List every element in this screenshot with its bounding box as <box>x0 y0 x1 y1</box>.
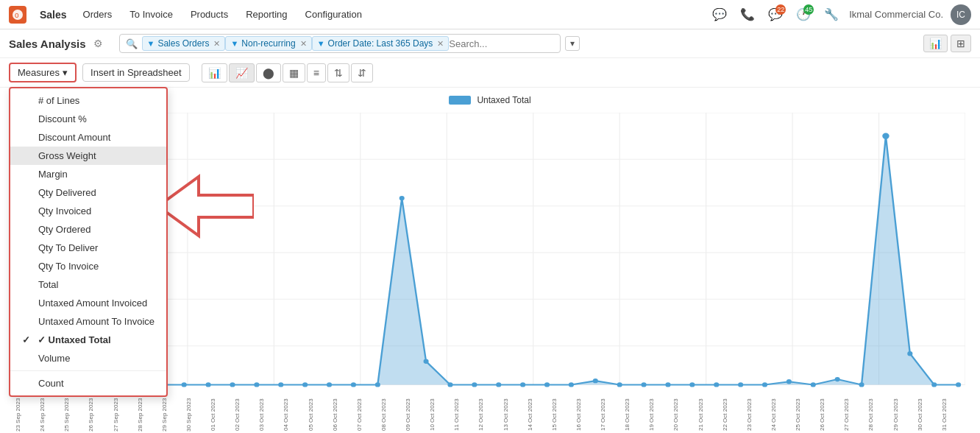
legend-label: Untaxed Total <box>477 95 530 105</box>
x-label: 28 Sep 2023 <box>137 396 161 433</box>
svg-point-57 <box>859 382 864 387</box>
line-chart-btn[interactable]: 📈 <box>229 63 255 82</box>
chat-icon-btn[interactable]: 💬 <box>709 4 730 25</box>
x-label: 23 Sep 2023 <box>15 396 39 433</box>
nav-right-section: 💬 📞 💬 22 🕐 45 🔧 Ikmal Commercial Co. IC <box>709 4 971 25</box>
measures-menu-item-qty-to-invoice[interactable]: Qty To Invoice <box>10 257 166 275</box>
activity-badge: 45 <box>803 4 814 15</box>
table-view-btn[interactable]: ⊞ <box>951 35 971 52</box>
measures-menu-item-qty-ordered[interactable]: Qty Ordered <box>10 220 166 239</box>
x-label: 04 Oct 2023 <box>283 396 307 433</box>
svg-point-40 <box>447 382 452 387</box>
stack-btn[interactable]: ▦ <box>283 63 305 82</box>
filter-tag-label-3: Order Date: Last 365 Days <box>328 38 433 49</box>
search-input[interactable] <box>449 38 553 49</box>
svg-point-45 <box>569 382 574 387</box>
svg-text:o: o <box>15 11 19 19</box>
filter-remove-date[interactable]: ✕ <box>437 39 444 49</box>
search-dropdown-btn[interactable]: ▾ <box>565 36 580 51</box>
x-label: 06 Oct 2023 <box>332 396 356 433</box>
measures-menu-item-untaxed-amount-invoiced[interactable]: Untaxed Amount Invoiced <box>10 294 166 312</box>
x-label: 30 Oct 2023 <box>917 396 941 433</box>
chart-view-btn[interactable]: 📊 <box>923 35 948 52</box>
measures-menu-item-untaxed-total[interactable]: ✓ Untaxed Total <box>10 331 166 349</box>
svg-point-37 <box>375 382 380 387</box>
x-label: 25 Sep 2023 <box>63 396 88 433</box>
filter-tag-sales-orders: ▼ Sales Orders ✕ <box>142 36 226 51</box>
funnel-icon: ▼ <box>147 39 155 48</box>
measures-menu-item-qty-to-deliver[interactable]: Qty To Deliver <box>10 239 166 257</box>
svg-point-53 <box>762 382 767 387</box>
page-settings-icon[interactable]: ⚙ <box>93 38 103 49</box>
svg-point-51 <box>714 382 719 387</box>
x-label: 21 Oct 2023 <box>697 396 722 433</box>
svg-point-43 <box>520 382 525 387</box>
phone-icon-btn[interactable]: 📞 <box>737 4 758 25</box>
nav-products[interactable]: Products <box>188 9 231 20</box>
x-label: 27 Sep 2023 <box>113 396 137 433</box>
measures-menu-item-volume[interactable]: Volume <box>10 349 166 367</box>
measures-menu-item-discount-amount[interactable]: Discount Amount <box>10 128 166 147</box>
settings-icon-btn[interactable]: 🔧 <box>821 4 842 25</box>
measures-menu-item-qty-invoiced[interactable]: Qty Invoiced <box>10 202 166 220</box>
x-label: 10 Oct 2023 <box>429 396 453 433</box>
x-label: 03 Oct 2023 <box>258 396 283 433</box>
x-label: 12 Oct 2023 <box>477 396 502 433</box>
x-label: 26 Sep 2023 <box>88 396 112 433</box>
measures-label: Measures <box>18 67 60 78</box>
company-name: Ikmal Commercial Co. <box>849 9 943 20</box>
x-label: 19 Oct 2023 <box>648 396 672 433</box>
chat-icon: 💬 <box>712 7 727 21</box>
nav-configuration[interactable]: Configuration <box>302 9 365 20</box>
nav-to-invoice[interactable]: To Invoice <box>127 9 176 20</box>
filter-tag-label: Sales Orders <box>157 38 209 49</box>
nav-reporting[interactable]: Reporting <box>243 9 290 20</box>
filter-remove-non-recurring[interactable]: ✕ <box>300 39 307 49</box>
filter-tag-non-recurring: ▼ Non-recurring ✕ <box>225 36 311 51</box>
insert-spreadsheet-button[interactable]: Insert in Spreadsheet <box>82 63 190 82</box>
filter-bar: 🔍 ▼ Sales Orders ✕ ▼ Non-recurring ✕ ▼ O… <box>119 34 916 53</box>
sort-asc-btn[interactable]: ⇅ <box>327 63 349 82</box>
top-navigation: o Sales Orders To Invoice Products Repor… <box>0 0 980 29</box>
x-label: 05 Oct 2023 <box>308 396 332 433</box>
legend-color-swatch <box>449 96 471 105</box>
bar2-btn[interactable]: ≡ <box>307 63 326 82</box>
svg-point-56 <box>835 377 840 381</box>
x-label: 14 Oct 2023 <box>527 396 551 433</box>
measures-menu-item-num-of-lines[interactable]: # of Lines <box>10 91 166 110</box>
nav-orders[interactable]: Orders <box>80 9 116 20</box>
message-badge: 22 <box>775 4 786 15</box>
filter-remove-sales-orders[interactable]: ✕ <box>213 39 220 49</box>
activity-icon-btn[interactable]: 🕐 45 <box>793 4 814 25</box>
svg-point-39 <box>424 359 429 364</box>
sort-desc-btn[interactable]: ⇵ <box>351 63 373 82</box>
measures-menu-item-discount-%[interactable]: Discount % <box>10 110 166 128</box>
sub-header: Sales Analysis ⚙ 🔍 ▼ Sales Orders ✕ ▼ No… <box>0 29 980 58</box>
measures-button[interactable]: Measures ▾ <box>9 63 77 82</box>
svg-point-42 <box>496 382 501 387</box>
x-label: 09 Oct 2023 <box>405 396 429 433</box>
measures-menu-item-count[interactable]: Count <box>10 374 166 392</box>
measures-menu-item-qty-delivered[interactable]: Qty Delivered <box>10 183 166 202</box>
x-axis-labels: 23 Sep 2023 24 Sep 2023 25 Sep 2023 26 S… <box>15 396 965 433</box>
svg-point-41 <box>472 382 477 387</box>
x-label: 01 Oct 2023 <box>210 396 234 433</box>
svg-point-60 <box>931 382 937 387</box>
bar-chart-btn[interactable]: 📊 <box>202 63 227 82</box>
app-name: Sales <box>40 9 67 21</box>
measures-menu-item-margin[interactable]: Margin <box>10 165 166 183</box>
svg-point-46 <box>593 379 598 383</box>
search-box: 🔍 ▼ Sales Orders ✕ ▼ Non-recurring ✕ ▼ O… <box>119 34 561 53</box>
message-icon-btn[interactable]: 💬 22 <box>765 4 786 25</box>
svg-point-36 <box>351 382 356 387</box>
pie-chart-btn[interactable]: ⬤ <box>256 63 281 82</box>
measures-menu-item-gross-weight[interactable]: Gross Weight <box>10 147 166 165</box>
measures-menu-item-untaxed-amount-to-invoice[interactable]: Untaxed Amount To Invoice <box>10 312 166 331</box>
x-label: 02 Oct 2023 <box>234 396 258 433</box>
x-label: 29 Sep 2023 <box>161 396 185 433</box>
svg-point-52 <box>738 382 743 387</box>
dropdown-divider <box>10 370 166 371</box>
avatar[interactable]: IC <box>951 4 971 25</box>
measures-menu-item-total[interactable]: Total <box>10 275 166 294</box>
svg-point-32 <box>254 382 259 387</box>
